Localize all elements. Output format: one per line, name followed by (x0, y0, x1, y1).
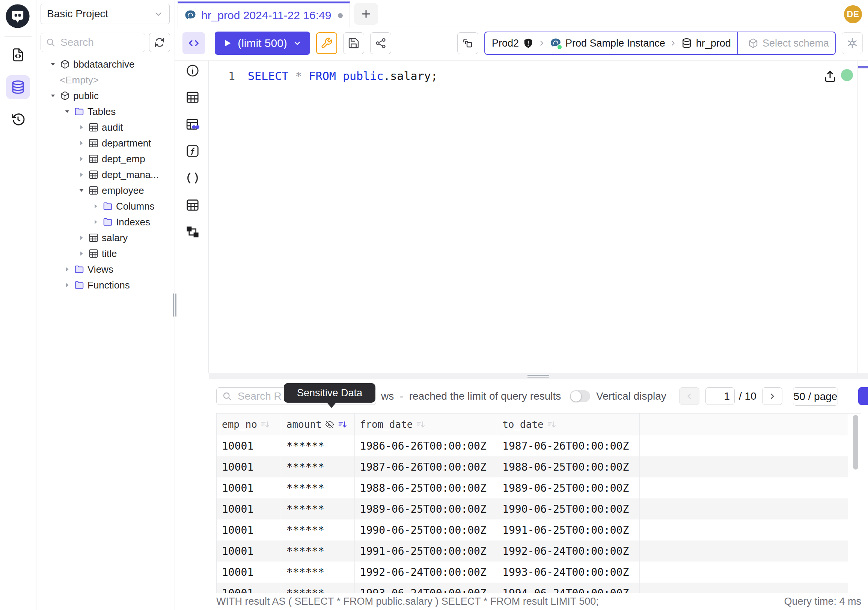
table-row[interactable]: 10001******1991-06-25T00:00:00Z1992-06-2… (217, 540, 861, 562)
sort-icon[interactable] (547, 419, 556, 429)
caret-down-icon[interactable] (64, 108, 71, 115)
column-label: to_date (502, 419, 544, 430)
tree-item-bbdataarchive[interactable]: bbdataarchive (36, 56, 175, 72)
column-label: from_date (360, 419, 413, 430)
tree-item-label: salary (102, 232, 128, 244)
avatar[interactable]: DE (844, 5, 862, 23)
cell: 1989-06-25T00:00:00Z (497, 477, 640, 498)
caret-down-icon[interactable] (49, 61, 57, 68)
database-nav-button[interactable] (6, 75, 30, 99)
schema-diagram-button[interactable] (184, 224, 201, 241)
refresh-button[interactable] (149, 33, 170, 52)
run-query-button[interactable]: (limit 500) (215, 31, 310, 55)
query-settings-button[interactable] (316, 32, 337, 54)
sidebar-search-input[interactable] (60, 36, 140, 49)
prev-page-button[interactable] (679, 387, 699, 405)
tree-item-views[interactable]: Views (36, 261, 175, 277)
editor-toolbar: (limit 500) Prod2 Prod Sample Instance h… (175, 28, 868, 61)
tree-item-dept-emp[interactable]: dept_emp (36, 151, 175, 167)
page-size-select[interactable]: 50 / page (793, 387, 838, 406)
history-nav-button[interactable] (6, 107, 30, 132)
panel-resize-handle[interactable] (209, 373, 868, 379)
tree-item-employee[interactable]: employee (36, 183, 175, 198)
caret-right-icon[interactable] (78, 155, 85, 163)
cell: 1988-06-25T00:00:00Z (355, 477, 498, 498)
batch-query-button[interactable] (457, 32, 478, 54)
caret-down-icon[interactable] (49, 92, 57, 99)
caret-down-icon[interactable] (78, 187, 85, 194)
sql-code-line[interactable]: SELECT * FROM public.salary; (248, 70, 438, 83)
table-row[interactable]: 10001******1990-06-25T00:00:00Z1991-06-2… (217, 520, 861, 540)
caret-right-icon[interactable] (92, 202, 99, 210)
column-header-emp-no[interactable]: emp_no (217, 414, 281, 435)
tree-item-salary[interactable]: salary (36, 230, 175, 246)
next-page-button[interactable] (762, 387, 783, 405)
save-icon (348, 37, 360, 49)
openai-icon (846, 37, 858, 49)
table-row[interactable]: 10001******1986-06-26T00:00:00Z1987-06-2… (217, 435, 861, 456)
cell: 1993-06-24T00:00:00Z (497, 562, 640, 582)
tables-panel-button[interactable] (184, 89, 201, 106)
cell: 1991-06-25T00:00:00Z (355, 540, 498, 562)
page-number-input[interactable] (705, 387, 735, 405)
tree-item-indexes[interactable]: Indexes (36, 214, 175, 230)
tree-item-columns[interactable]: Columns (36, 198, 175, 214)
tree-item-tables[interactable]: Tables (36, 104, 175, 120)
sort-icon[interactable] (415, 419, 425, 429)
sort-icon[interactable] (338, 419, 347, 429)
project-select[interactable]: Basic Project (40, 4, 170, 24)
functions-panel-button[interactable] (184, 143, 201, 159)
connection-breadcrumb[interactable]: Prod2 Prod Sample Instance hr_prod Selec… (484, 31, 836, 55)
column-header-amount[interactable]: amount (281, 414, 355, 435)
table-row[interactable]: 10001******1992-06-24T00:00:00Z1993-06-2… (217, 562, 861, 582)
tree-item-department[interactable]: department (36, 135, 175, 151)
table-row[interactable]: 10001******1987-06-26T00:00:00Z1988-06-2… (217, 456, 861, 477)
ruler-cursor-mark (858, 66, 868, 68)
caret-right-icon[interactable] (78, 139, 85, 147)
results-footer: WITH result AS ( SELECT * FROM public.sa… (209, 593, 868, 610)
folder-icon (102, 201, 113, 211)
table-row[interactable]: 10001******1988-06-25T00:00:00Z1989-06-2… (217, 477, 861, 498)
caret-right-icon[interactable] (78, 124, 85, 131)
caret-right-icon[interactable] (92, 218, 99, 226)
caret-right-icon[interactable] (78, 250, 85, 257)
cell: ****** (281, 498, 355, 520)
breadcrumb-divider (737, 32, 738, 54)
caret-right-icon[interactable] (64, 265, 71, 273)
column-header-to-date[interactable]: to_date (497, 414, 640, 435)
tree-item-dept-mana[interactable]: dept_mana... (36, 167, 175, 183)
table-row[interactable]: 10001******1993-06-24T00:00:00Z1994-06-2… (217, 582, 861, 593)
tree-item-label: Columns (116, 200, 155, 212)
tree-item-empty[interactable]: <Empty> (36, 72, 175, 88)
tab-hr-prod[interactable]: hr_prod 2024-11-22 16:49 (178, 2, 350, 28)
tree-item-title[interactable]: title (36, 246, 175, 261)
masked-data-panel-button[interactable] (184, 116, 201, 133)
column-header-from-date[interactable]: from_date (355, 414, 498, 435)
tree-item-functions[interactable]: Functions (36, 277, 175, 293)
vertical-display-toggle[interactable] (570, 390, 590, 402)
external-tables-panel-button[interactable] (184, 197, 201, 213)
caret-right-icon[interactable] (78, 234, 85, 242)
results-scrollbar[interactable] (853, 415, 858, 470)
ai-assistant-button[interactable] (842, 32, 863, 54)
share-button[interactable] (370, 32, 391, 54)
bytebase-logo[interactable] (5, 4, 30, 28)
caret-right-icon[interactable] (64, 281, 71, 289)
sort-icon[interactable] (260, 419, 270, 429)
caret-right-icon[interactable] (78, 171, 85, 178)
sidebar-resize-handle[interactable] (173, 293, 177, 317)
worksheet-nav-button[interactable] (6, 43, 30, 67)
cell: ****** (281, 540, 355, 562)
new-tab-button[interactable] (354, 3, 378, 25)
upload-button[interactable] (823, 69, 838, 84)
tree-item-audit[interactable]: audit (36, 120, 175, 135)
cell: 1987-06-26T00:00:00Z (355, 456, 498, 477)
format-sql-button[interactable] (183, 32, 205, 54)
info-panel-button[interactable] (184, 62, 201, 79)
table-row[interactable]: 10001******1989-06-25T00:00:00Z1990-06-2… (217, 498, 861, 520)
procedures-panel-button[interactable] (184, 170, 201, 186)
save-sheet-button[interactable] (343, 32, 364, 54)
export-button[interactable] (858, 387, 868, 405)
schema-select[interactable]: Select schema (741, 37, 835, 49)
tree-item-public[interactable]: public (36, 88, 175, 104)
